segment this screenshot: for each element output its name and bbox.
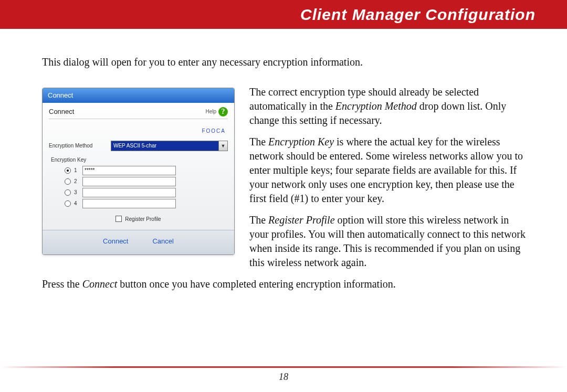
connect-dialog: Connect Connect Help ? FOOCA Encryption … [42,88,235,255]
network-name: FOOCA [49,119,228,139]
key-radio-1[interactable] [65,167,71,174]
encryption-key-label: Encryption Key [51,156,228,164]
page-number: 18 [0,372,567,383]
key-num-2: 2 [74,178,79,185]
key-row-1: 1 ***** [65,166,228,175]
page-title: Client Manager Configuration [300,6,536,24]
key-radio-3[interactable] [65,189,71,196]
content-area: This dialog will open for you to enter a… [0,29,567,299]
dialog-footer: Connect Cancel [43,230,234,255]
help-link[interactable]: Help ? [205,107,228,116]
key-input-3[interactable] [82,188,176,197]
connect-button[interactable]: Connect [99,236,132,247]
key-num-4: 4 [74,200,79,207]
key-input-4[interactable] [82,199,176,208]
header-bar: Client Manager Configuration [0,0,567,29]
key-row-4: 4 [65,199,228,208]
register-profile-row: Register Profile [49,216,228,223]
help-label: Help [205,108,216,115]
footer-divider [0,366,567,368]
key-radio-4[interactable] [65,200,71,207]
help-icon[interactable]: ? [218,107,228,116]
dialog-section-label: Connect [49,107,74,116]
dialog-screenshot: Connect Connect Help ? FOOCA Encryption … [42,88,234,255]
key-input-1[interactable]: ***** [82,166,176,175]
key-radio-2[interactable] [65,178,71,185]
key-num-1: 1 [74,167,79,174]
key-row-2: 2 [65,177,228,186]
register-profile-label: Register Profile [125,216,161,223]
encryption-method-value: WEP ASCII 5-char [111,141,218,151]
paragraph-4: Press the Connect button once you have c… [42,277,530,291]
key-row-3: 3 [65,188,228,197]
cancel-button[interactable]: Cancel [148,236,177,247]
register-profile-checkbox[interactable] [116,216,122,222]
key-num-3: 3 [74,189,79,196]
chevron-down-icon[interactable]: ▼ [218,141,227,151]
encryption-method-select[interactable]: WEP ASCII 5-char ▼ [111,141,228,151]
intro-text: This dialog will open for you to enter a… [42,55,530,69]
encryption-method-label: Encryption Method [49,142,106,150]
dialog-titlebar: Connect [43,88,234,103]
key-input-2[interactable] [82,177,176,186]
